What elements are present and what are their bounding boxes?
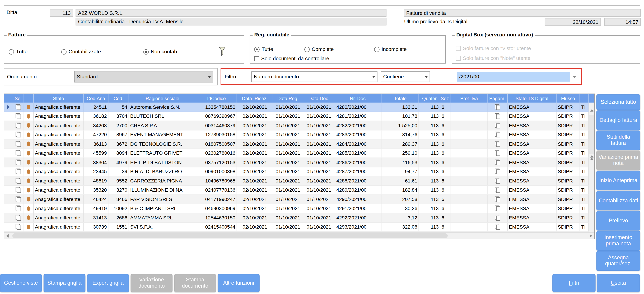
button-assegna-quater-sez[interactable]: Assegna quater/sez.	[596, 251, 640, 271]
scroll-fast-icon[interactable]	[590, 155, 594, 157]
column-header-id_codice[interactable]: IdCodice	[196, 94, 237, 103]
checkbox-solo-documenti[interactable]: Solo documenti da controllare	[254, 56, 329, 61]
radio-fatture-non-contab[interactable]: Non contab.	[143, 49, 178, 54]
cell-sel[interactable]	[13, 158, 23, 167]
cell-sel[interactable]	[13, 121, 23, 130]
cell-pagam[interactable]	[488, 139, 508, 148]
table-row[interactable]: Anagrafica differente361823704BLUTECH SR…	[4, 112, 588, 121]
column-header-dot[interactable]	[23, 94, 34, 103]
cell-pagam[interactable]	[488, 149, 508, 157]
cell-sel[interactable]	[13, 130, 23, 139]
table-row[interactable]: Anagrafica differente472208967EVENT MANA…	[4, 130, 588, 139]
cell-pagam[interactable]	[488, 103, 508, 111]
button-prelievo[interactable]: Prelievo	[596, 211, 640, 231]
chevron-down-icon[interactable]	[573, 76, 576, 78]
column-header-quater[interactable]: Quater	[419, 94, 440, 103]
button-uscita[interactable]: Uscita	[597, 274, 640, 292]
cell-pagam[interactable]	[488, 167, 508, 176]
button-stampa-griglia[interactable]: Stampa griglia	[44, 274, 86, 292]
column-header-data_doc[interactable]: Data Doc.	[303, 94, 335, 103]
company-name-field[interactable]: A2Z WORLD S.R.L.	[76, 9, 386, 17]
button-export-griglia[interactable]: Export griglia	[87, 274, 129, 292]
column-header-tipo[interactable]	[580, 94, 588, 103]
column-header-cod[interactable]: Cod.	[108, 94, 129, 103]
column-header-flusso[interactable]: Flusso	[556, 94, 580, 103]
scroll-fast-icon[interactable]	[590, 157, 594, 160]
column-header-data_reg[interactable]: Data Reg.	[273, 94, 303, 103]
cell-pagam[interactable]	[488, 176, 508, 185]
cell-sel[interactable]	[13, 139, 23, 148]
button-contabilizza-dati[interactable]: Contabilizza dati	[596, 191, 640, 210]
button-altre-funzioni[interactable]: Altre funzioni	[218, 274, 260, 292]
table-row[interactable]: Anagrafica differente4941910092B & C IMP…	[4, 204, 588, 213]
radio-reg-tutte[interactable]: Tutte	[254, 46, 273, 52]
table-row[interactable]: Anagrafica differente342082700CREA S.P.A…	[4, 121, 588, 130]
cell-pagam[interactable]	[488, 112, 508, 121]
cell-pagam[interactable]	[488, 186, 508, 194]
filtro-operator-select[interactable]: Contiene	[381, 71, 430, 82]
radio-fatture-contabilizzate[interactable]: Contabilizzate	[61, 49, 101, 54]
cell-pagam[interactable]	[488, 158, 508, 167]
cell-sel[interactable]	[13, 149, 23, 157]
column-header-nr_doc[interactable]: Nr. Doc.	[335, 94, 382, 103]
table-row[interactable]: Anagrafica differente2344539B.R.A. DI BA…	[4, 167, 588, 176]
table-row[interactable]: Anagrafica differente383044979F.E.L.P. D…	[4, 158, 588, 167]
table-row[interactable]: Anagrafica differente361133672DG TECNOLO…	[4, 139, 588, 149]
column-header-data_ricez[interactable]: Data. Ricez.	[237, 94, 273, 103]
table-row[interactable]: Anagrafica differente464248466FAR VISION…	[4, 195, 588, 204]
horizontal-scrollbar[interactable]	[4, 232, 594, 239]
filtro-value-input[interactable]: /2021/00	[457, 72, 570, 82]
cell-sel[interactable]	[13, 112, 23, 121]
column-header-stato_ts[interactable]: Stato TS Digital	[508, 94, 556, 103]
cell-sel[interactable]	[13, 186, 23, 194]
table-row[interactable]: Anagrafica differente486199552CARROZZERI…	[4, 176, 588, 186]
button-gestione-viste[interactable]: Gestione viste	[0, 274, 42, 292]
scroll-right-icon[interactable]	[590, 234, 592, 238]
button-inserimento-prima-nota[interactable]: Inserimento prima nota	[596, 231, 640, 251]
radio-fatture-tutte[interactable]: Tutte	[9, 49, 28, 54]
cell-pagam[interactable]	[488, 130, 508, 139]
button-seleziona-tutto[interactable]: Seleziona tutto	[596, 94, 640, 110]
column-header-ind[interactable]	[4, 94, 13, 103]
radio-reg-complete[interactable]: Complete	[304, 46, 334, 52]
cell-sel[interactable]	[13, 167, 23, 176]
button-filtri[interactable]: Filtri	[552, 274, 596, 292]
scrollbar-thumb[interactable]	[12, 233, 448, 238]
radio-reg-incomplete[interactable]: Incomplete	[374, 46, 407, 52]
column-header-prot_iva[interactable]: Prot. Iva	[451, 94, 488, 103]
cell-sel[interactable]	[13, 223, 23, 231]
cell-sel[interactable]	[13, 204, 23, 213]
table-row[interactable]: Anagrafica differente307391551SVI S.P.A.…	[4, 223, 588, 232]
column-header-totale[interactable]: Totale	[382, 94, 419, 103]
button-variazione-documento[interactable]: Variazione documento	[131, 274, 172, 292]
button-stampa-documento[interactable]: Stampa documento	[174, 274, 216, 292]
cell-pagam[interactable]	[488, 121, 508, 130]
cell-sel[interactable]	[13, 195, 23, 204]
scroll-up-icon[interactable]	[590, 109, 594, 111]
scrollbar-thumb[interactable]	[590, 115, 594, 154]
vertical-scrollbar[interactable]	[588, 103, 594, 232]
filtro-field-select[interactable]: Numero documento	[251, 71, 378, 82]
button-dettaglio-fattura[interactable]: Dettaglio fattura	[596, 110, 640, 130]
scroll-left-icon[interactable]	[6, 234, 9, 238]
column-header-pagam[interactable]: Pagam.	[488, 94, 508, 103]
company-subtitle-field[interactable]: Contabilita' ordinaria - Denuncia I.V.A.…	[76, 17, 386, 25]
cell-sel[interactable]	[13, 213, 23, 222]
ordinamento-select[interactable]: Standard	[74, 71, 213, 82]
table-row[interactable]: Anagrafica differente353203270ILLUMINAZI…	[4, 186, 588, 195]
column-header-sel[interactable]: Sel	[13, 94, 23, 103]
column-header-ragione_sociale[interactable]: Ragione sociale	[129, 94, 196, 103]
button-stati-della-fattura[interactable]: Stati della fattura	[596, 130, 640, 150]
cell-pagam[interactable]	[488, 195, 508, 204]
funnel-icon[interactable]	[218, 47, 226, 56]
column-header-sez[interactable]: Sez.	[440, 94, 451, 103]
button-variazione-prima-nota[interactable]: Variazione prima nota	[596, 151, 640, 170]
cell-pagam[interactable]	[488, 223, 508, 231]
table-row[interactable]: Anagrafica differente2451154Autoroma Ser…	[4, 103, 588, 112]
column-header-stato[interactable]: Stato	[34, 94, 84, 103]
cell-pagam[interactable]	[488, 213, 508, 222]
table-row[interactable]: Anagrafica differente455998094ELETTRAUTO…	[4, 149, 588, 158]
cell-pagam[interactable]	[488, 204, 508, 213]
cell-sel[interactable]	[13, 176, 23, 185]
column-header-cod_anag[interactable]: Cod.Ana	[84, 94, 108, 103]
